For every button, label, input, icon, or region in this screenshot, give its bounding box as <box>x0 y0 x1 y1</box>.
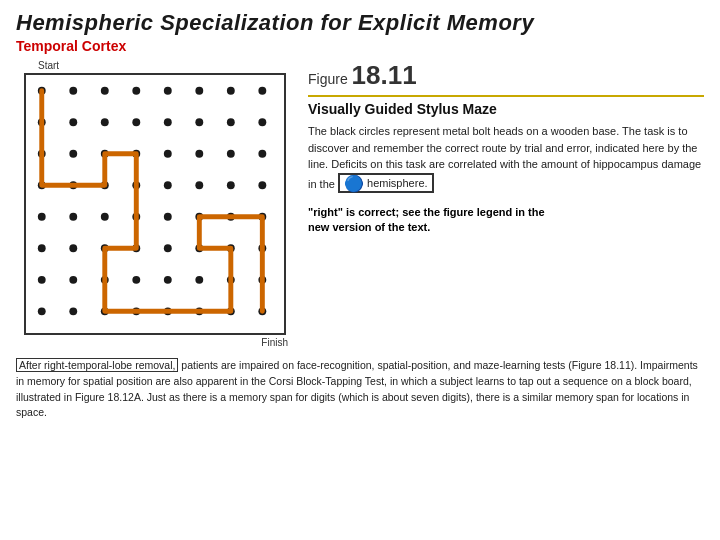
maze-dot <box>38 276 46 284</box>
maze-dot <box>69 244 77 252</box>
figure-word: Figure <box>308 71 352 87</box>
annotation-box: "right" is correct; see the figure legen… <box>308 205 704 236</box>
maze-dot <box>195 87 203 95</box>
maze-dot <box>195 181 203 189</box>
page-subtitle: Temporal Cortex <box>16 38 704 54</box>
maze-start-label: Start <box>38 60 296 71</box>
maze-dot <box>69 87 77 95</box>
maze-svg: // Will be drawn via JS below <box>26 75 284 333</box>
figure-title: Visually Guided Stylus Maze <box>308 101 704 117</box>
left-panel: Start // Will be drawn via JS below Fini… <box>16 60 296 348</box>
maze-dot <box>227 87 235 95</box>
figure-number: Figure 18.11 <box>308 60 704 97</box>
maze-dot <box>195 150 203 158</box>
maze-dot <box>69 213 77 221</box>
maze-dot <box>164 244 172 252</box>
page-title: Hemispheric Specialization for Explicit … <box>16 10 704 36</box>
maze-dot <box>38 244 46 252</box>
maze-dot <box>258 150 266 158</box>
annotation-text: "right" is correct; see the figure legen… <box>308 206 545 233</box>
maze-container: // Will be drawn via JS below <box>24 73 286 335</box>
bottom-text: After right-temporal-lobe removal, patie… <box>16 358 704 421</box>
maze-dot <box>132 118 140 126</box>
maze-dot <box>195 276 203 284</box>
maze-dot <box>101 87 109 95</box>
maze-dot <box>69 276 77 284</box>
emoji-icon: 🔵 <box>344 176 364 193</box>
main-content: Start // Will be drawn via JS below Fini… <box>16 60 704 348</box>
maze-dot <box>227 181 235 189</box>
figure-description: The black circles represent metal bolt h… <box>308 123 704 197</box>
maze-dot <box>227 118 235 126</box>
maze-dot <box>101 118 109 126</box>
maze-dot <box>38 307 46 315</box>
maze-dot <box>132 87 140 95</box>
maze-dot <box>101 213 109 221</box>
maze-dot <box>164 213 172 221</box>
highlight-box: 🔵 hemisphere. <box>338 173 434 193</box>
maze-dot <box>38 213 46 221</box>
maze-finish-label: Finish <box>16 337 288 348</box>
maze-dot <box>132 276 140 284</box>
maze-dot <box>258 118 266 126</box>
maze-dot <box>164 150 172 158</box>
bottom-highlight: After right-temporal-lobe removal, <box>16 358 178 372</box>
figure-num: 18.11 <box>352 60 417 90</box>
maze-dot <box>164 276 172 284</box>
maze-dot <box>69 118 77 126</box>
maze-dot <box>195 118 203 126</box>
maze-dot <box>164 87 172 95</box>
maze-dot <box>69 307 77 315</box>
maze-dot <box>164 181 172 189</box>
right-panel: Figure 18.11 Visually Guided Stylus Maze… <box>308 60 704 348</box>
page: Hemispheric Specialization for Explicit … <box>0 0 720 540</box>
maze-dot <box>164 118 172 126</box>
maze-dot <box>258 87 266 95</box>
maze-dot <box>258 181 266 189</box>
maze-dot <box>227 150 235 158</box>
maze-dot <box>69 150 77 158</box>
